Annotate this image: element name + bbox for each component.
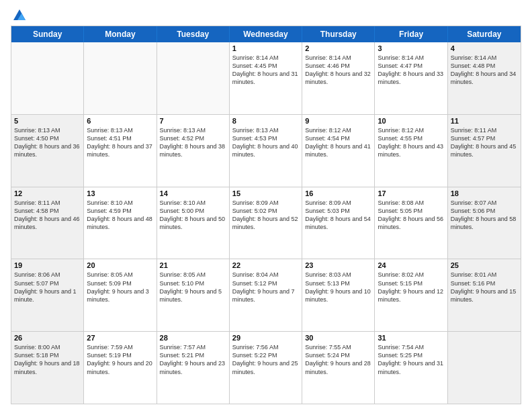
cal-week-2: 12Sunrise: 8:11 AM Sunset: 4:58 PM Dayli… bbox=[11, 187, 521, 259]
day-info: Sunrise: 8:05 AM Sunset: 5:09 PM Dayligh… bbox=[87, 271, 153, 304]
cal-week-4: 26Sunrise: 8:00 AM Sunset: 5:18 PM Dayli… bbox=[11, 331, 521, 404]
cal-cell-8: 8Sunrise: 8:13 AM Sunset: 4:53 PM Daylig… bbox=[230, 115, 302, 187]
day-number: 31 bbox=[378, 334, 444, 342]
cal-cell-empty bbox=[448, 332, 521, 404]
day-info: Sunrise: 8:11 AM Sunset: 4:57 PM Dayligh… bbox=[451, 126, 518, 159]
day-info: Sunrise: 8:08 AM Sunset: 5:05 PM Dayligh… bbox=[378, 199, 444, 232]
cal-cell-20: 20Sunrise: 8:05 AM Sunset: 5:09 PM Dayli… bbox=[84, 259, 157, 331]
cal-cell-15: 15Sunrise: 8:09 AM Sunset: 5:02 PM Dayli… bbox=[230, 187, 302, 259]
day-number: 21 bbox=[160, 261, 226, 269]
cal-cell-25: 25Sunrise: 8:01 AM Sunset: 5:16 PM Dayli… bbox=[448, 259, 521, 331]
cal-cell-10: 10Sunrise: 8:12 AM Sunset: 4:55 PM Dayli… bbox=[375, 115, 447, 187]
day-number: 19 bbox=[14, 261, 81, 269]
day-info: Sunrise: 7:56 AM Sunset: 5:22 PM Dayligh… bbox=[232, 343, 299, 376]
day-info: Sunrise: 8:12 AM Sunset: 4:55 PM Dayligh… bbox=[378, 126, 444, 159]
header bbox=[11, 8, 521, 20]
day-info: Sunrise: 7:55 AM Sunset: 5:24 PM Dayligh… bbox=[305, 343, 371, 376]
cal-cell-1: 1Sunrise: 8:14 AM Sunset: 4:45 PM Daylig… bbox=[230, 42, 302, 114]
day-info: Sunrise: 7:57 AM Sunset: 5:21 PM Dayligh… bbox=[160, 343, 226, 376]
day-info: Sunrise: 8:13 AM Sunset: 4:50 PM Dayligh… bbox=[14, 126, 81, 159]
day-info: Sunrise: 8:14 AM Sunset: 4:47 PM Dayligh… bbox=[378, 54, 444, 87]
cal-cell-17: 17Sunrise: 8:08 AM Sunset: 5:05 PM Dayli… bbox=[375, 187, 447, 259]
day-info: Sunrise: 8:14 AM Sunset: 4:46 PM Dayligh… bbox=[305, 54, 371, 87]
day-info: Sunrise: 8:01 AM Sunset: 5:16 PM Dayligh… bbox=[451, 271, 518, 304]
cal-cell-6: 6Sunrise: 8:13 AM Sunset: 4:51 PM Daylig… bbox=[84, 115, 157, 187]
cal-header-sunday: Sunday bbox=[11, 26, 84, 42]
logo bbox=[11, 8, 27, 20]
cal-cell-23: 23Sunrise: 8:03 AM Sunset: 5:13 PM Dayli… bbox=[302, 259, 375, 331]
day-info: Sunrise: 7:59 AM Sunset: 5:19 PM Dayligh… bbox=[87, 343, 153, 376]
day-info: Sunrise: 8:05 AM Sunset: 5:10 PM Dayligh… bbox=[160, 271, 226, 304]
cal-week-3: 19Sunrise: 8:06 AM Sunset: 5:07 PM Dayli… bbox=[11, 259, 521, 331]
day-number: 4 bbox=[451, 44, 518, 52]
day-number: 3 bbox=[378, 44, 444, 52]
day-number: 9 bbox=[305, 117, 371, 125]
day-number: 14 bbox=[160, 189, 226, 197]
day-number: 24 bbox=[378, 261, 444, 269]
day-info: Sunrise: 8:09 AM Sunset: 5:02 PM Dayligh… bbox=[232, 199, 299, 232]
day-number: 30 bbox=[305, 334, 371, 342]
day-number: 18 bbox=[451, 189, 518, 197]
day-number: 2 bbox=[305, 44, 371, 52]
cal-cell-29: 29Sunrise: 7:56 AM Sunset: 5:22 PM Dayli… bbox=[230, 332, 302, 404]
cal-cell-13: 13Sunrise: 8:10 AM Sunset: 4:59 PM Dayli… bbox=[84, 187, 157, 259]
day-number: 20 bbox=[87, 261, 153, 269]
day-info: Sunrise: 7:54 AM Sunset: 5:25 PM Dayligh… bbox=[378, 343, 444, 376]
day-info: Sunrise: 8:03 AM Sunset: 5:13 PM Dayligh… bbox=[305, 271, 371, 304]
day-number: 10 bbox=[378, 117, 444, 125]
day-info: Sunrise: 8:11 AM Sunset: 4:58 PM Dayligh… bbox=[14, 199, 81, 232]
day-number: 7 bbox=[160, 117, 226, 125]
cal-header-monday: Monday bbox=[84, 26, 157, 42]
day-info: Sunrise: 8:12 AM Sunset: 4:54 PM Dayligh… bbox=[305, 126, 371, 159]
cal-cell-26: 26Sunrise: 8:00 AM Sunset: 5:18 PM Dayli… bbox=[11, 332, 84, 404]
day-info: Sunrise: 8:10 AM Sunset: 5:00 PM Dayligh… bbox=[160, 199, 226, 232]
day-info: Sunrise: 8:13 AM Sunset: 4:51 PM Dayligh… bbox=[87, 126, 153, 159]
cal-cell-4: 4Sunrise: 8:14 AM Sunset: 4:48 PM Daylig… bbox=[448, 42, 521, 114]
logo-icon bbox=[12, 8, 27, 23]
cal-cell-27: 27Sunrise: 7:59 AM Sunset: 5:19 PM Dayli… bbox=[84, 332, 157, 404]
cal-header-saturday: Saturday bbox=[448, 26, 521, 42]
cal-cell-28: 28Sunrise: 7:57 AM Sunset: 5:21 PM Dayli… bbox=[157, 332, 230, 404]
day-number: 26 bbox=[14, 334, 81, 342]
day-info: Sunrise: 8:14 AM Sunset: 4:48 PM Dayligh… bbox=[451, 54, 518, 87]
cal-cell-empty bbox=[157, 42, 230, 114]
day-info: Sunrise: 8:09 AM Sunset: 5:03 PM Dayligh… bbox=[305, 199, 371, 232]
day-number: 16 bbox=[305, 189, 371, 197]
day-info: Sunrise: 8:13 AM Sunset: 4:53 PM Dayligh… bbox=[232, 126, 299, 159]
day-number: 17 bbox=[378, 189, 444, 197]
cal-cell-21: 21Sunrise: 8:05 AM Sunset: 5:10 PM Dayli… bbox=[157, 259, 230, 331]
day-number: 11 bbox=[451, 117, 518, 125]
cal-header-tuesday: Tuesday bbox=[157, 26, 230, 42]
cal-cell-7: 7Sunrise: 8:13 AM Sunset: 4:52 PM Daylig… bbox=[157, 115, 230, 187]
cal-header-thursday: Thursday bbox=[302, 26, 375, 42]
day-info: Sunrise: 8:02 AM Sunset: 5:15 PM Dayligh… bbox=[378, 271, 444, 304]
cal-cell-2: 2Sunrise: 8:14 AM Sunset: 4:46 PM Daylig… bbox=[302, 42, 375, 114]
day-number: 6 bbox=[87, 117, 153, 125]
cal-cell-12: 12Sunrise: 8:11 AM Sunset: 4:58 PM Dayli… bbox=[11, 187, 84, 259]
cal-cell-empty bbox=[84, 42, 157, 114]
day-info: Sunrise: 8:00 AM Sunset: 5:18 PM Dayligh… bbox=[14, 343, 81, 376]
day-number: 22 bbox=[232, 261, 299, 269]
day-number: 27 bbox=[87, 334, 153, 342]
cal-cell-5: 5Sunrise: 8:13 AM Sunset: 4:50 PM Daylig… bbox=[11, 115, 84, 187]
cal-header-friday: Friday bbox=[375, 26, 447, 42]
day-info: Sunrise: 8:14 AM Sunset: 4:45 PM Dayligh… bbox=[232, 54, 299, 87]
cal-cell-18: 18Sunrise: 8:07 AM Sunset: 5:06 PM Dayli… bbox=[448, 187, 521, 259]
day-number: 5 bbox=[14, 117, 81, 125]
cal-cell-empty bbox=[11, 42, 84, 114]
day-number: 13 bbox=[87, 189, 153, 197]
cal-cell-30: 30Sunrise: 7:55 AM Sunset: 5:24 PM Dayli… bbox=[302, 332, 375, 404]
cal-cell-14: 14Sunrise: 8:10 AM Sunset: 5:00 PM Dayli… bbox=[157, 187, 230, 259]
day-number: 29 bbox=[232, 334, 299, 342]
day-info: Sunrise: 8:10 AM Sunset: 4:59 PM Dayligh… bbox=[87, 199, 153, 232]
cal-week-0: 1Sunrise: 8:14 AM Sunset: 4:45 PM Daylig… bbox=[11, 42, 521, 114]
page: SundayMondayTuesdayWednesdayThursdayFrid… bbox=[0, 0, 532, 411]
cal-cell-16: 16Sunrise: 8:09 AM Sunset: 5:03 PM Dayli… bbox=[302, 187, 375, 259]
day-number: 8 bbox=[232, 117, 299, 125]
day-info: Sunrise: 8:06 AM Sunset: 5:07 PM Dayligh… bbox=[14, 271, 81, 304]
day-number: 25 bbox=[451, 261, 518, 269]
day-info: Sunrise: 8:13 AM Sunset: 4:52 PM Dayligh… bbox=[160, 126, 226, 159]
cal-cell-3: 3Sunrise: 8:14 AM Sunset: 4:47 PM Daylig… bbox=[375, 42, 447, 114]
calendar: SundayMondayTuesdayWednesdayThursdayFrid… bbox=[11, 26, 521, 404]
day-number: 23 bbox=[305, 261, 371, 269]
